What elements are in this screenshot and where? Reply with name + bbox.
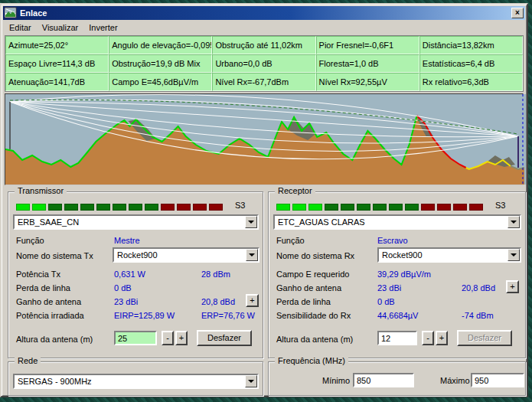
rx-line-loss-value: 0 dB [377,297,395,306]
transmitter-group: Transmissor S3 ERB_SAAE_CN Função Mestre… [8,191,263,358]
tx-antenna-height-input[interactable] [114,331,157,345]
tx-line-loss-label: Perda de linha [16,283,70,293]
receiver-title: Receptor [275,186,315,195]
rx-undo-button: Desfazer [457,330,512,346]
tx-undo-button[interactable]: Desfazer [197,330,252,346]
frequency-min-input[interactable] [353,373,414,387]
rx-signal-meter [276,204,485,211]
rx-site-value: ETC_AGUAS CLARAS [278,217,365,227]
rx-antenna-height-label: Altura da antena (m) [276,335,353,344]
network-title: Rede [15,356,41,365]
tx-system-label: Nome do sistema Tx [16,251,93,260]
frequency-max-label: Máximo [440,376,470,385]
network-value: SERGAS - 900MHz [18,376,92,387]
stat-azimute: Azimute=25,02° [5,36,109,54]
rx-funcao-label: Função [276,236,305,245]
tx-system-value: Rocket900 [117,250,158,260]
frequency-title: Frequência (MHz) [275,356,348,365]
stat-distancia: Distância=13,82km [419,36,523,54]
rx-system-value: Rocket900 [382,250,423,260]
receiver-group: Receptor S3 ETC_AGUAS CLARAS Função Escr… [268,191,526,358]
tx-erp-value: ERP=76,76 W [201,311,255,320]
stat-estatisticas: Estatísticas=6,4 dB [419,54,523,73]
tx-system-dropdown-icon[interactable] [246,249,258,261]
rx-line-loss-label: Perda de linha [276,297,331,306]
rx-antenna-gain-label: Ganho de antena [276,283,341,293]
terrain-profile-chart [5,93,524,185]
menu-editar[interactable]: Editar [4,21,37,34]
network-dropdown-icon[interactable] [245,375,257,387]
stat-floresta: Floresta=1,0 dB [316,54,419,73]
tx-power-watts: 0,631 W [114,270,145,279]
tx-eirp-value: EIRP=125,89 W [114,311,175,320]
rx-funcao-value: Escravo [377,236,408,245]
tx-line-loss-value: 0 dB [114,283,132,293]
transmitter-title: Transmissor [15,186,67,195]
rx-required-field-label: Campo E requerido [276,270,349,279]
rx-sensitivity-dbm: -74 dBm [462,311,494,320]
stat-urbano: Urbano=0,0 dB [212,54,315,73]
tx-site-combobox[interactable]: ERB_SAAE_CN [13,214,259,230]
rx-height-increase-button[interactable]: + [436,331,448,345]
tx-s-unit-label: S3 [235,201,245,210]
tx-signal-meter [16,204,225,211]
rx-system-dropdown-icon[interactable] [508,249,520,261]
tx-antenna-height-label: Altura da antena (m) [16,335,93,344]
tx-gain-dbd: 20,8 dBd [201,297,235,306]
tx-antenna-gain-label: Ganho de antena [16,297,81,306]
tx-site-value: ERB_SAAE_CN [18,217,79,227]
stat-obstrucao-db: Obstrução=19,9 dB Mix [109,54,212,73]
frequency-max-input[interactable] [471,373,524,387]
menu-bar: Editar Visualizar Inverter [3,20,525,34]
network-combobox[interactable]: SERGAS - 900MHz [13,374,259,389]
frequency-min-label: Mínimo [322,376,350,385]
rx-system-label: Nome do sistema Rx [276,251,354,260]
stat-nivel-rx-uv: Nível Rx=92,55µV [316,73,419,91]
tx-funcao-label: Função [16,236,44,245]
tx-gain-plus-button[interactable]: + [246,294,259,307]
tx-height-increase-button[interactable]: + [175,331,188,345]
stat-atenuacao: Atenuação=141,7dB [5,73,109,91]
stat-rx-relativo: Rx relativo=6,3dB [419,73,523,91]
stat-nivel-rx-dbm: Nível Rx=-67,7dBm [212,73,315,91]
rx-height-decrease-button[interactable]: - [422,331,434,345]
tx-radiated-power-label: Potência irradiada [16,311,84,320]
menu-visualizar[interactable]: Visualizar [37,21,84,34]
stat-fresnel: Pior Fresnel=-0,6F1 [316,36,419,54]
rx-sensitivity-uv: 44,6684µV [377,311,418,320]
profile-svg [5,94,526,185]
frequency-group: Frequência (MHz) Mínimo Máximo [268,361,526,396]
desktop: { "window": { "title": "Enlace", "close"… [0,0,532,402]
tx-site-dropdown-icon[interactable] [245,216,257,228]
rx-required-field-value: 39,29 dBµV/m [377,270,431,279]
title-bar[interactable]: Enlace × [3,6,525,20]
rx-gain-dbi: 23 dBi [377,283,401,293]
close-button[interactable]: × [511,8,524,18]
window-title: Enlace [20,8,511,18]
rx-gain-dbd: 20,8 dBd [462,283,495,293]
tx-power-label: Potência Tx [16,270,60,279]
rx-gain-plus-button[interactable]: + [506,280,519,293]
stat-obstrucao-km: Obstrução até 11,02km [212,36,315,54]
rx-antenna-height-input[interactable] [377,331,417,345]
app-icon [5,7,17,19]
tx-gain-dbi: 23 dBi [114,297,138,306]
stat-campo-e: Campo E=45,6dBµV/m [109,73,212,91]
rx-sensitivity-label: Sensibilidade do Rx [276,311,351,320]
rx-system-combobox[interactable]: Rocket900 [377,247,521,263]
stat-elevacao: Angulo de elevação=-0,095° [109,36,212,54]
tx-height-decrease-button[interactable]: - [162,331,174,345]
enlace-window: Enlace × Editar Visualizar Inverter Azim… [0,3,528,397]
tx-power-dbm: 28 dBm [201,270,230,279]
network-group: Rede SERGAS - 900MHz [8,361,263,396]
link-stats-panel: Azimute=25,02° Angulo de elevação=-0,095… [5,35,524,92]
rx-site-combobox[interactable]: ETC_AGUAS CLARAS [273,214,521,230]
rx-s-unit-label: S3 [495,201,505,210]
tx-funcao-value: Mestre [114,236,140,245]
tx-system-combobox[interactable]: Rocket900 [113,247,259,263]
rx-site-dropdown-icon[interactable] [508,216,520,228]
menu-inverter[interactable]: Inverter [83,21,122,34]
stat-espaco-livre: Espaço Livre=114,3 dB [5,54,109,73]
